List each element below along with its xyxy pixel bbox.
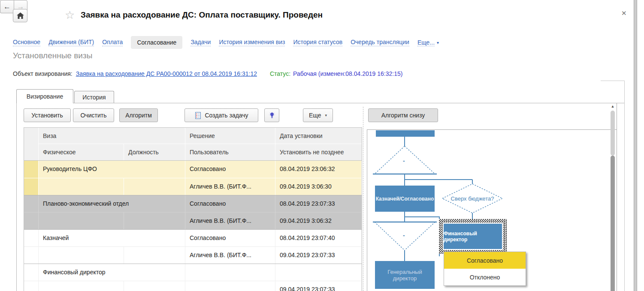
visa-table: Виза Решение Дата установки Физическое Д… (24, 127, 362, 291)
cell-user: Агличев В.В. (БИТ.Ф... (185, 212, 275, 229)
table-row-selected[interactable]: Агличев В.В. (БИТ.Ф... 09.04.2019 3:06:3… (24, 212, 362, 229)
table-row[interactable]: Агличев В.В. (БИТ.Ф... 09.04.2019 23:07:… (24, 246, 362, 264)
more-button[interactable]: Еще ▾ (303, 108, 333, 122)
nav-item-soglasovanie-active[interactable]: Согласование (131, 36, 182, 49)
cell-position (124, 246, 185, 264)
algorithm-button[interactable]: Алгоритм (119, 108, 158, 122)
nav-more-button[interactable]: Еще... ▾ (417, 39, 439, 46)
object-document-link[interactable]: Заявка на расходование ДС РА00-000012 от… (76, 70, 257, 77)
header-visa[interactable]: Виза (39, 128, 185, 144)
nav-more-label: Еще... (417, 39, 435, 46)
frame-top-right-border (601, 81, 625, 81)
chevron-down-icon: ▾ (325, 113, 327, 117)
cell-physical (39, 281, 124, 291)
scrollbar-track[interactable] (611, 111, 615, 156)
nav-item-oplata[interactable]: Оплата (102, 39, 123, 46)
cell-deadline: 09.04.2019 23:07:33 (275, 281, 362, 291)
tab-istoriya[interactable]: История (74, 91, 114, 103)
back-button[interactable]: ← (0, 0, 14, 13)
flow-diamond-budget[interactable]: Сверх бюджета? (442, 184, 502, 213)
flow-node-top[interactable] (376, 130, 435, 137)
page-title: Заявка на расходование ДС: Оплата постав… (81, 10, 323, 20)
task-list-icon (194, 112, 202, 119)
row-marker-cell (24, 230, 39, 246)
row-marker-cell (24, 246, 39, 264)
flow-triangle-minus: - (403, 157, 405, 164)
cell-visa: Руководитель ЦФО (39, 161, 185, 178)
flowchart-scrollbar[interactable]: ▲ (610, 103, 616, 291)
nav-item-ochered[interactable]: Очередь трансляции (351, 39, 409, 46)
nav-item-osnovnoe[interactable]: Основное (13, 39, 40, 46)
favorite-star-icon[interactable]: ☆ (65, 8, 75, 22)
cell-user (185, 281, 275, 291)
flow-triangle-minus: - (403, 232, 405, 239)
tab-vizirovanie[interactable]: Визирование (16, 89, 73, 103)
row-marker-cell (24, 178, 39, 195)
header-user[interactable]: Пользователь (185, 144, 275, 160)
cell-physical (39, 246, 124, 264)
cell-deadline: 09.04.2019 3:06:32 (275, 212, 362, 229)
table-row[interactable]: Казначей Согласовано 08.04.2019 23:07:40 (24, 229, 362, 246)
cell-decision: Согласовано (185, 161, 275, 178)
section-heading: Установленные визы (13, 51, 92, 60)
cell-user: Агличев В.В. (БИТ.Ф... (185, 246, 275, 264)
lamp-icon (269, 112, 275, 119)
cell-user: Агличев В.В. (БИТ.Ф... (185, 178, 275, 195)
back-icon: ← (3, 3, 11, 11)
menu-item-approved[interactable]: Согласовано (444, 252, 526, 269)
table-row[interactable]: 09.04.2019 23:07:33 (24, 281, 362, 291)
row-marker-cell (24, 161, 39, 178)
cell-date: 08.04.2019 23:07:40 (275, 230, 362, 246)
app-window: ← → ☆ Заявка на расходование ДС: Оплата … (0, 0, 644, 291)
tabpage-top-border (16, 103, 624, 103)
cell-physical (39, 178, 124, 195)
create-task-button[interactable]: Создать задачу (184, 108, 258, 122)
cell-date: 08.04.2019 23:06:32 (275, 161, 362, 178)
cell-visa: Планово-экономический отдел (39, 195, 185, 212)
home-button[interactable] (13, 9, 27, 22)
flow-node-gendir[interactable]: Генеральный директор (375, 261, 435, 289)
object-line: Объект визирования: Заявка на расходован… (13, 70, 402, 77)
table-row[interactable]: Финансовый директор (24, 264, 362, 281)
nav-item-istoriya-viz[interactable]: История изменения виз (219, 39, 285, 46)
row-marker-cell (24, 212, 39, 229)
algorithm-bottom-button[interactable]: Алгоритм снизу (368, 108, 438, 122)
header-position[interactable]: Должность (124, 144, 185, 160)
flow-node-findir[interactable]: Финансовый директор (443, 223, 503, 250)
cell-visa: Финансовый директор (39, 264, 185, 281)
panel-right-border (617, 103, 617, 291)
cell-decision (185, 264, 275, 281)
set-visa-button[interactable]: Установить (24, 108, 71, 122)
row-marker-cell (24, 195, 39, 212)
scroll-up-icon[interactable]: ▲ (610, 104, 616, 108)
algorithm-flowchart-panel: - Казначей/Согласовано Сверх бюджета? - … (367, 129, 617, 291)
decision-context-menu: Согласовано Отклонено (444, 252, 526, 286)
hint-button[interactable] (264, 108, 279, 122)
header-corner-cell (24, 128, 38, 160)
cell-decision: Согласовано (185, 195, 275, 212)
nav-item-zadachi[interactable]: Задачи (190, 39, 211, 46)
table-row[interactable]: Руководитель ЦФО Согласовано 08.04.2019 … (24, 161, 362, 178)
cell-position (124, 178, 185, 195)
header-date-set[interactable]: Дата установки (275, 128, 362, 144)
row-marker-cell (24, 264, 39, 281)
scrollbar-thumb[interactable] (611, 156, 615, 291)
nav-item-dvizheniya[interactable]: Движения (БИТ) (48, 39, 94, 46)
panel-splitter[interactable] (363, 107, 363, 291)
header-physical[interactable]: Физическое (39, 144, 124, 160)
cell-position (124, 281, 185, 291)
window-scrollbar[interactable] (634, 0, 637, 291)
cell-decision: Согласовано (185, 230, 275, 246)
section-nav: Основное Движения (БИТ) Оплата Согласова… (13, 36, 439, 49)
cell-position (124, 212, 185, 229)
header-deadline[interactable]: Установить не позднее (275, 144, 362, 160)
nav-item-istoriya-statusov[interactable]: История статусов (293, 39, 342, 46)
flow-node-kaznachey[interactable]: Казначей/Согласовано (375, 186, 435, 212)
cell-visa: Казначей (39, 230, 185, 246)
table-row-selected[interactable]: Планово-экономический отдел Согласовано … (24, 195, 362, 212)
clear-button[interactable]: Очистить (73, 108, 114, 122)
table-row[interactable]: Агличев В.В. (БИТ.Ф... 09.04.2019 3:06:3… (24, 178, 362, 195)
header-decision[interactable]: Решение (185, 128, 275, 144)
menu-item-declined[interactable]: Отклонено (444, 269, 526, 285)
close-icon[interactable]: ✕ (621, 9, 627, 17)
